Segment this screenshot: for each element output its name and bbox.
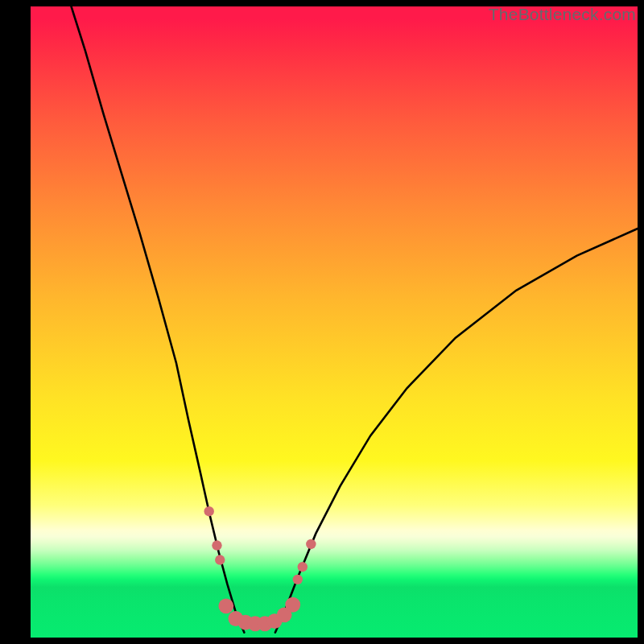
curve-right-branch: [275, 229, 638, 633]
data-marker: [298, 562, 308, 572]
curve-left-branch: [72, 6, 245, 633]
marker-group: [204, 506, 316, 631]
data-marker: [212, 540, 221, 550]
watermark-text: TheBottleneck.com: [489, 5, 636, 24]
data-marker: [218, 598, 233, 613]
data-marker: [306, 539, 316, 549]
data-marker: [215, 555, 225, 564]
chart-frame: TheBottleneck.com: [0, 0, 644, 644]
chart-overlay: [31, 6, 638, 638]
data-marker: [293, 575, 303, 584]
data-marker: [285, 597, 300, 613]
curve-group: [72, 6, 638, 633]
data-marker: [204, 506, 213, 516]
